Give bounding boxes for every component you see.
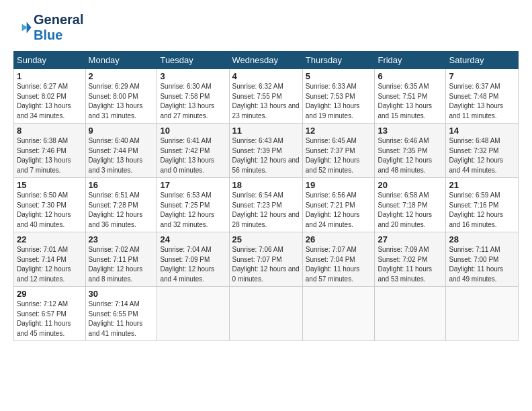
day-info: Sunrise: 7:07 AMSunset: 7:04 PMDaylight:… bbox=[306, 245, 372, 284]
calendar-cell: 6 Sunrise: 6:35 AMSunset: 7:51 PMDayligh… bbox=[375, 69, 446, 124]
day-number: 20 bbox=[378, 180, 443, 190]
day-info: Sunrise: 7:01 AMSunset: 7:14 PMDaylight:… bbox=[17, 245, 83, 284]
day-number: 10 bbox=[160, 126, 226, 136]
day-number: 15 bbox=[17, 180, 83, 190]
day-info: Sunrise: 6:56 AMSunset: 7:21 PMDaylight:… bbox=[306, 191, 372, 230]
day-number: 18 bbox=[232, 180, 300, 190]
day-info: Sunrise: 6:32 AMSunset: 7:55 PMDaylight:… bbox=[232, 82, 300, 121]
calendar-cell: 24 Sunrise: 7:04 AMSunset: 7:09 PMDaylig… bbox=[157, 232, 229, 287]
day-info: Sunrise: 6:38 AMSunset: 7:46 PMDaylight:… bbox=[17, 136, 83, 175]
day-info: Sunrise: 6:59 AMSunset: 7:16 PMDaylight:… bbox=[449, 191, 515, 230]
calendar-cell: 7 Sunrise: 6:37 AMSunset: 7:48 PMDayligh… bbox=[446, 69, 519, 124]
day-number: 9 bbox=[89, 126, 154, 136]
calendar-cell: 22 Sunrise: 7:01 AMSunset: 7:14 PMDaylig… bbox=[14, 232, 86, 287]
calendar-cell bbox=[375, 287, 446, 341]
day-number: 14 bbox=[449, 126, 515, 136]
day-info: Sunrise: 7:06 AMSunset: 7:07 PMDaylight:… bbox=[232, 245, 300, 284]
day-number: 21 bbox=[449, 180, 515, 190]
calendar-cell: 14 Sunrise: 6:48 AMSunset: 7:32 PMDaylig… bbox=[446, 124, 519, 178]
logo-line2: Blue bbox=[34, 28, 83, 43]
day-info: Sunrise: 7:09 AMSunset: 7:02 PMDaylight:… bbox=[378, 245, 443, 284]
day-info: Sunrise: 6:41 AMSunset: 7:42 PMDaylight:… bbox=[160, 136, 226, 175]
calendar-week-row: 29 Sunrise: 7:12 AMSunset: 6:57 PMDaylig… bbox=[14, 287, 519, 341]
calendar-cell: 18 Sunrise: 6:54 AMSunset: 7:23 PMDaylig… bbox=[229, 178, 302, 232]
calendar-cell bbox=[446, 287, 519, 341]
day-info: Sunrise: 6:45 AMSunset: 7:37 PMDaylight:… bbox=[306, 136, 372, 175]
calendar-cell: 27 Sunrise: 7:09 AMSunset: 7:02 PMDaylig… bbox=[375, 232, 446, 287]
day-info: Sunrise: 6:48 AMSunset: 7:32 PMDaylight:… bbox=[449, 136, 515, 175]
col-header-saturday: Saturday bbox=[446, 52, 519, 69]
col-header-sunday: Sunday bbox=[14, 52, 86, 69]
day-info: Sunrise: 6:51 AMSunset: 7:28 PMDaylight:… bbox=[89, 191, 154, 230]
calendar-week-row: 15 Sunrise: 6:50 AMSunset: 7:30 PMDaylig… bbox=[14, 178, 519, 232]
day-info: Sunrise: 7:12 AMSunset: 6:57 PMDaylight:… bbox=[17, 300, 83, 338]
calendar-cell: 15 Sunrise: 6:50 AMSunset: 7:30 PMDaylig… bbox=[14, 178, 86, 232]
calendar-cell: 9 Sunrise: 6:40 AMSunset: 7:44 PMDayligh… bbox=[85, 124, 157, 178]
col-header-thursday: Thursday bbox=[302, 52, 375, 69]
col-header-tuesday: Tuesday bbox=[157, 52, 229, 69]
calendar-cell bbox=[229, 287, 302, 341]
calendar-cell: 29 Sunrise: 7:12 AMSunset: 6:57 PMDaylig… bbox=[14, 287, 86, 341]
page: General Blue SundayMondayTuesdayWednesda… bbox=[0, 0, 532, 348]
calendar-week-row: 1 Sunrise: 6:27 AMSunset: 8:02 PMDayligh… bbox=[14, 69, 519, 124]
day-info: Sunrise: 6:43 AMSunset: 7:39 PMDaylight:… bbox=[232, 136, 300, 175]
calendar-cell: 1 Sunrise: 6:27 AMSunset: 8:02 PMDayligh… bbox=[14, 69, 86, 124]
day-number: 5 bbox=[306, 71, 372, 81]
calendar-week-row: 22 Sunrise: 7:01 AMSunset: 7:14 PMDaylig… bbox=[14, 232, 519, 287]
calendar-cell: 16 Sunrise: 6:51 AMSunset: 7:28 PMDaylig… bbox=[85, 178, 157, 232]
day-number: 22 bbox=[17, 234, 83, 244]
calendar-header-row: SundayMondayTuesdayWednesdayThursdayFrid… bbox=[14, 52, 519, 69]
calendar-cell: 28 Sunrise: 7:11 AMSunset: 7:00 PMDaylig… bbox=[446, 232, 519, 287]
day-number: 23 bbox=[89, 234, 154, 244]
calendar-cell: 5 Sunrise: 6:33 AMSunset: 7:53 PMDayligh… bbox=[302, 69, 375, 124]
day-number: 25 bbox=[232, 234, 300, 244]
day-info: Sunrise: 6:37 AMSunset: 7:48 PMDaylight:… bbox=[449, 82, 515, 121]
calendar-table: SundayMondayTuesdayWednesdayThursdayFrid… bbox=[13, 51, 519, 341]
calendar-cell: 8 Sunrise: 6:38 AMSunset: 7:46 PMDayligh… bbox=[14, 124, 86, 178]
day-info: Sunrise: 6:58 AMSunset: 7:18 PMDaylight:… bbox=[378, 191, 443, 230]
day-info: Sunrise: 7:14 AMSunset: 6:55 PMDaylight:… bbox=[89, 300, 154, 338]
calendar-cell: 4 Sunrise: 6:32 AMSunset: 7:55 PMDayligh… bbox=[229, 69, 302, 124]
day-number: 11 bbox=[232, 126, 300, 136]
day-number: 12 bbox=[306, 126, 372, 136]
header: General Blue bbox=[13, 12, 519, 43]
calendar-cell: 25 Sunrise: 7:06 AMSunset: 7:07 PMDaylig… bbox=[229, 232, 302, 287]
day-info: Sunrise: 7:11 AMSunset: 7:00 PMDaylight:… bbox=[449, 245, 515, 284]
calendar-cell: 3 Sunrise: 6:30 AMSunset: 7:58 PMDayligh… bbox=[157, 69, 229, 124]
day-info: Sunrise: 7:02 AMSunset: 7:11 PMDaylight:… bbox=[89, 245, 154, 284]
calendar-cell: 13 Sunrise: 6:46 AMSunset: 7:35 PMDaylig… bbox=[375, 124, 446, 178]
calendar-cell: 26 Sunrise: 7:07 AMSunset: 7:04 PMDaylig… bbox=[302, 232, 375, 287]
day-info: Sunrise: 6:53 AMSunset: 7:25 PMDaylight:… bbox=[160, 191, 226, 230]
day-number: 17 bbox=[160, 180, 226, 190]
col-header-friday: Friday bbox=[375, 52, 446, 69]
day-number: 28 bbox=[449, 234, 515, 244]
day-info: Sunrise: 6:40 AMSunset: 7:44 PMDaylight:… bbox=[89, 136, 154, 175]
calendar-cell bbox=[302, 287, 375, 341]
col-header-wednesday: Wednesday bbox=[229, 52, 302, 69]
day-number: 29 bbox=[17, 289, 83, 299]
calendar-cell: 19 Sunrise: 6:56 AMSunset: 7:21 PMDaylig… bbox=[302, 178, 375, 232]
calendar-cell: 10 Sunrise: 6:41 AMSunset: 7:42 PMDaylig… bbox=[157, 124, 229, 178]
day-number: 24 bbox=[160, 234, 226, 244]
day-number: 8 bbox=[17, 126, 83, 136]
day-number: 6 bbox=[378, 71, 443, 81]
day-number: 19 bbox=[306, 180, 372, 190]
day-number: 26 bbox=[306, 234, 372, 244]
calendar-cell bbox=[157, 287, 229, 341]
logo: General Blue bbox=[13, 12, 83, 43]
calendar-cell: 17 Sunrise: 6:53 AMSunset: 7:25 PMDaylig… bbox=[157, 178, 229, 232]
calendar-cell: 30 Sunrise: 7:14 AMSunset: 6:55 PMDaylig… bbox=[85, 287, 157, 341]
day-info: Sunrise: 6:29 AMSunset: 8:00 PMDaylight:… bbox=[89, 82, 154, 121]
day-number: 13 bbox=[378, 126, 443, 136]
day-number: 30 bbox=[89, 289, 154, 299]
day-info: Sunrise: 6:30 AMSunset: 7:58 PMDaylight:… bbox=[160, 82, 226, 121]
day-number: 3 bbox=[160, 71, 226, 81]
calendar-cell: 21 Sunrise: 6:59 AMSunset: 7:16 PMDaylig… bbox=[446, 178, 519, 232]
day-info: Sunrise: 6:50 AMSunset: 7:30 PMDaylight:… bbox=[17, 191, 83, 230]
day-number: 16 bbox=[89, 180, 154, 190]
calendar-cell: 2 Sunrise: 6:29 AMSunset: 8:00 PMDayligh… bbox=[85, 69, 157, 124]
col-header-monday: Monday bbox=[85, 52, 157, 69]
day-number: 2 bbox=[89, 71, 154, 81]
calendar-cell: 20 Sunrise: 6:58 AMSunset: 7:18 PMDaylig… bbox=[375, 178, 446, 232]
day-info: Sunrise: 6:35 AMSunset: 7:51 PMDaylight:… bbox=[378, 82, 443, 121]
